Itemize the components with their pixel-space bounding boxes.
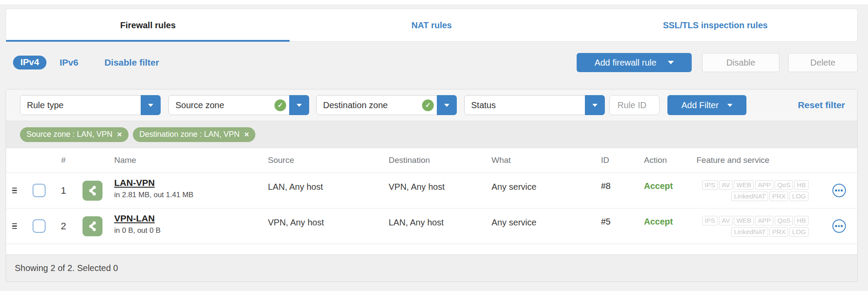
rule-id-input[interactable]	[609, 95, 660, 115]
feature-badge: HB	[794, 180, 809, 190]
rule-action: Accept	[633, 208, 685, 227]
dropdown-toggle-button[interactable]	[141, 95, 161, 115]
rule-what: Any service	[486, 173, 590, 192]
ipv6-toggle[interactable]: IPv6	[59, 57, 78, 68]
add-filter-button[interactable]: Add Filter	[667, 95, 746, 115]
chevron-down-icon	[668, 61, 674, 64]
filter-applied-check-icon: ✓	[422, 99, 434, 111]
rule-type-share-icon	[83, 216, 102, 236]
chevron-down-icon	[148, 104, 153, 107]
dropdown-toggle-button[interactable]	[437, 95, 457, 115]
filter-applied-check-icon: ✓	[274, 99, 286, 111]
status-dropdown[interactable]: Status	[464, 95, 605, 115]
col-header-action: Action	[633, 155, 685, 165]
firewall-rules-panel: Rule type Source zone ✓ Destination zone…	[6, 89, 858, 282]
disable-button[interactable]: Disable	[702, 53, 779, 72]
source-zone-dropdown[interactable]: Source zone ✓	[168, 95, 309, 115]
col-header-destination: Destination	[383, 155, 486, 165]
destination-zone-dropdown[interactable]: Destination zone ✓	[316, 95, 457, 115]
dropdown-toggle-button[interactable]	[585, 95, 605, 115]
feature-badge: HB	[794, 216, 809, 225]
rule-id: #5	[590, 208, 633, 227]
top-strip	[0, 0, 868, 4]
drag-handle[interactable]	[6, 186, 28, 195]
feature-badge: QoS	[775, 216, 793, 225]
feature-badge: AV	[719, 180, 733, 190]
rule-source: VPN, Any host	[263, 208, 383, 228]
feature-badge: LOG	[789, 192, 809, 201]
source-zone-dropdown-label: Source zone	[169, 100, 274, 110]
rule-destination: LAN, Any host	[383, 208, 486, 228]
tab-ssl-tls-inspection-rules[interactable]: SSL/TLS inspection rules	[574, 9, 857, 41]
add-firewall-rule-button[interactable]: Add firewall rule	[577, 53, 692, 72]
col-header-what: What	[486, 155, 590, 165]
chevron-down-icon	[592, 104, 597, 107]
feature-badge: APP	[755, 180, 773, 190]
row-menu-ellipsis-icon[interactable]	[832, 219, 846, 233]
feature-badge: LinkedNAT	[731, 227, 768, 237]
row-menu-ellipsis-icon[interactable]	[832, 184, 846, 197]
row-number: 2	[50, 221, 76, 232]
feature-badge: IPS	[702, 180, 718, 190]
col-header-source: Source	[263, 155, 383, 165]
feature-badge: WEB	[734, 216, 754, 225]
tab-bar: Firewall rules NAT rules SSL/TLS inspect…	[6, 9, 858, 42]
rule-id: #8	[590, 173, 633, 191]
chevron-down-icon	[297, 104, 302, 107]
close-icon[interactable]: ✕	[244, 131, 250, 138]
rule-action: Accept	[633, 173, 685, 191]
reset-filter-link[interactable]: Reset filter	[798, 100, 845, 110]
feature-badge: LOG	[789, 227, 809, 237]
table-header: # Name Source Destination What ID Action…	[6, 148, 857, 173]
feature-badge: QoS	[775, 180, 793, 190]
feature-badges: IPS AV WEB APP QoS HB LinkedNAT PRX LOG	[696, 216, 809, 237]
table-row: 1 LAN-VPN in 2.81 MB, out 1.41 MB LAN, A…	[6, 173, 857, 208]
feature-badge: LinkedNAT	[731, 192, 768, 201]
col-header-number: #	[50, 155, 76, 165]
rule-source: LAN, Any host	[263, 173, 383, 192]
add-filter-label: Add Filter	[681, 100, 719, 110]
chevron-down-icon	[444, 104, 449, 107]
feature-badges: IPS AV WEB APP QoS HB LinkedNAT PRX LOG	[696, 180, 809, 201]
filter-chip-label: Source zone : LAN, VPN	[26, 130, 112, 139]
tab-firewall-rules[interactable]: Firewall rules	[6, 9, 290, 41]
rule-name-link[interactable]: VPN-LAN	[114, 213, 155, 224]
filter-chip-label: Destination zone : LAN, VPN	[139, 130, 240, 139]
row-count-summary: Showing 2 of 2. Selected 0	[15, 263, 118, 273]
feature-badge: PRX	[769, 227, 788, 237]
status-dropdown-label: Status	[465, 100, 585, 110]
drag-handle[interactable]	[6, 222, 28, 231]
rule-type-dropdown[interactable]: Rule type	[20, 95, 161, 115]
tab-nat-rules[interactable]: NAT rules	[290, 9, 573, 41]
active-filter-chips: Source zone : LAN, VPN ✕ Destination zon…	[6, 121, 857, 148]
chevron-down-icon	[727, 104, 733, 107]
col-header-feature-service: Feature and service	[685, 155, 821, 165]
add-firewall-rule-label: Add firewall rule	[594, 58, 656, 68]
table-footer: Showing 2 of 2. Selected 0	[6, 255, 857, 281]
destination-zone-dropdown-label: Destination zone	[317, 100, 422, 110]
row-number: 1	[50, 185, 76, 196]
col-header-id: ID	[590, 155, 633, 165]
feature-badge: IPS	[702, 216, 718, 225]
ipv4-toggle[interactable]: IPv4	[13, 56, 46, 69]
delete-button[interactable]: Delete	[788, 53, 858, 72]
dropdown-toggle-button[interactable]	[289, 95, 309, 115]
filter-bar: Rule type Source zone ✓ Destination zone…	[6, 89, 857, 121]
rule-what: Any service	[486, 208, 590, 228]
rule-traffic-stats: in 0 B, out 0 B	[114, 226, 263, 235]
close-icon[interactable]: ✕	[117, 131, 122, 138]
rule-traffic-stats: in 2.81 MB, out 1.41 MB	[114, 191, 263, 199]
col-header-name: Name	[109, 155, 263, 165]
row-checkbox[interactable]	[33, 184, 46, 197]
feature-badge: AV	[719, 216, 733, 225]
feature-badge: PRX	[769, 192, 788, 201]
filter-chip-destination-zone: Destination zone : LAN, VPN ✕	[133, 127, 256, 142]
row-checkbox[interactable]	[33, 219, 46, 233]
actions-toolbar: IPv4 IPv6 Disable filter Add firewall ru…	[6, 53, 858, 72]
rule-name-link[interactable]: LAN-VPN	[114, 178, 155, 188]
disable-filter-link[interactable]: Disable filter	[104, 57, 159, 68]
feature-badge: WEB	[734, 180, 754, 190]
rule-destination: VPN, Any host	[383, 173, 486, 192]
rule-type-share-icon	[83, 181, 102, 201]
rule-type-dropdown-label: Rule type	[20, 100, 141, 110]
